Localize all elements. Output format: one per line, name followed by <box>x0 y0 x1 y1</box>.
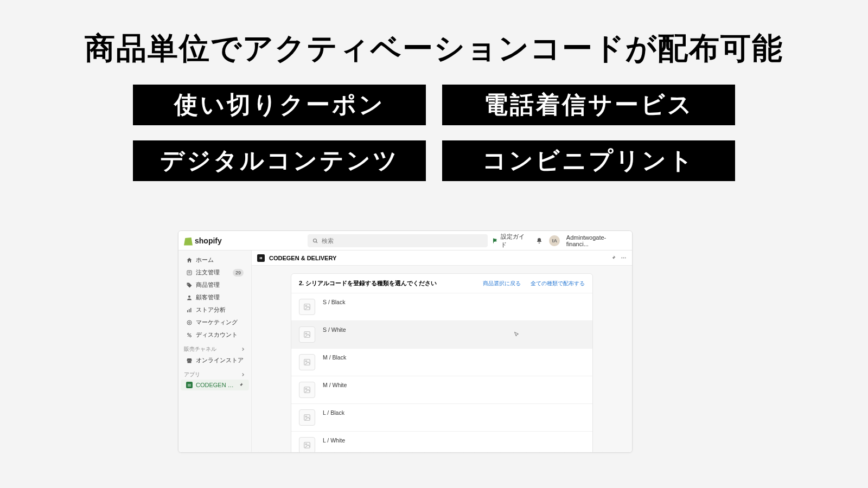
svg-point-24 <box>305 416 307 417</box>
pin-icon[interactable] <box>610 255 616 261</box>
main-panel: III CODEGEN & DELIVERY 2. シリアルコードを登録する種類… <box>252 251 632 452</box>
orders-icon <box>186 269 193 276</box>
svg-point-10 <box>190 335 192 337</box>
badge-phone-service: 電話着信サービス <box>442 85 735 125</box>
chevron-right-icon <box>240 372 246 377</box>
svg-point-26 <box>305 444 307 445</box>
shopify-bag-icon <box>184 236 193 246</box>
customers-icon <box>186 294 193 301</box>
sidebar-item-products[interactable]: 商品管理 <box>181 279 249 291</box>
image-placeholder-icon <box>299 409 315 426</box>
svg-point-0 <box>313 239 316 242</box>
image-placeholder-icon <box>299 354 315 370</box>
svg-point-14 <box>625 258 626 259</box>
sidebar-item-label: ディスカウント <box>196 331 244 339</box>
svg-line-1 <box>316 241 317 242</box>
svg-rect-5 <box>189 309 190 312</box>
variant-row[interactable]: M / Black <box>291 348 592 376</box>
flag-icon <box>492 237 499 244</box>
shopify-logo[interactable]: shopify <box>184 236 222 246</box>
user-name[interactable]: Admintwogate-financi... <box>566 234 627 247</box>
variant-row[interactable]: S / White <box>291 320 592 348</box>
card-header: 2. シリアルコードを登録する種類を選んでください 商品選択に戻る 全ての種類で… <box>291 274 592 293</box>
discounts-icon <box>186 332 193 338</box>
app-header: III CODEGEN & DELIVERY <box>252 251 632 266</box>
products-icon <box>186 282 193 288</box>
sidebar-app-label: CODEGEN & DELIVE... <box>196 382 235 388</box>
svg-rect-21 <box>304 387 310 393</box>
svg-point-18 <box>305 333 307 334</box>
variant-row[interactable]: L / White <box>291 431 592 452</box>
variant-label: L / Black <box>323 409 585 416</box>
svg-point-3 <box>188 296 190 298</box>
back-link[interactable]: 商品選択に戻る <box>483 280 521 287</box>
sidebar-item-online-store[interactable]: オンラインストア <box>181 354 249 367</box>
image-placeholder-icon <box>299 326 315 343</box>
svg-rect-15 <box>304 304 310 310</box>
sidebar-section-apps[interactable]: アプリ <box>178 367 251 380</box>
sidebar: ホーム 注文管理 29 商品管理 顧客管理 ストア分析 マーケティング <box>178 251 252 452</box>
search-input[interactable] <box>322 237 484 244</box>
svg-point-8 <box>189 322 190 323</box>
card-header-links: 商品選択に戻る 全ての種類で配布する <box>483 280 585 287</box>
sidebar-item-label: オンラインストア <box>196 356 244 364</box>
variant-label: M / White <box>323 382 585 388</box>
sidebar-item-label: マーケティング <box>196 318 244 326</box>
svg-point-22 <box>305 388 307 389</box>
slide-title: 商品単位でアクティベーションコードが配布可能 <box>0 0 868 85</box>
variant-row[interactable]: S / Black <box>291 293 592 320</box>
sidebar-item-orders[interactable]: 注文管理 29 <box>181 266 249 279</box>
sidebar-item-discounts[interactable]: ディスカウント <box>181 329 249 341</box>
bottom-fade <box>0 450 868 488</box>
badges-group: 使い切りクーポン 電話着信サービス デジタルコンテンツ コンビニプリント <box>0 85 868 181</box>
variant-row[interactable]: L / Black <box>291 403 592 431</box>
more-icon[interactable] <box>621 255 627 261</box>
sidebar-section-label: アプリ <box>184 371 200 378</box>
chevron-right-icon <box>240 346 246 352</box>
app-header-actions <box>610 255 627 261</box>
sidebar-item-analytics[interactable]: ストア分析 <box>181 304 249 316</box>
variant-label: S / White <box>323 326 506 333</box>
app-icon: III <box>186 382 193 388</box>
sidebar-item-label: ホーム <box>196 256 244 264</box>
home-icon <box>186 257 193 264</box>
pin-icon[interactable] <box>238 382 244 388</box>
sidebar-item-home[interactable]: ホーム <box>181 254 249 266</box>
marketing-icon <box>186 319 193 326</box>
app-body: ホーム 注文管理 29 商品管理 顧客管理 ストア分析 マーケティング <box>178 251 632 452</box>
setup-guide-link[interactable]: 設定ガイド <box>492 233 529 249</box>
sidebar-item-label: ストア分析 <box>196 306 244 314</box>
sidebar-item-marketing[interactable]: マーケティング <box>181 316 249 329</box>
sidebar-item-label: 商品管理 <box>196 281 244 289</box>
image-placeholder-icon <box>299 382 315 398</box>
store-icon <box>186 357 193 364</box>
sidebar-section-channels[interactable]: 販売チャネル <box>178 341 251 354</box>
svg-point-20 <box>305 361 307 362</box>
setup-guide-label: 設定ガイド <box>501 233 529 249</box>
distribute-all-link[interactable]: 全ての種類で配布する <box>531 280 585 287</box>
badge-convenience-print: コンビニプリント <box>442 140 735 181</box>
cursor-icon <box>513 331 520 338</box>
sidebar-item-customers[interactable]: 顧客管理 <box>181 291 249 304</box>
sidebar-app-codegen[interactable]: III CODEGEN & DELIVE... <box>181 380 249 390</box>
variant-row[interactable]: M / White <box>291 376 592 403</box>
svg-rect-4 <box>187 310 188 312</box>
search-field[interactable] <box>308 234 488 247</box>
image-placeholder-icon <box>299 299 315 315</box>
image-placeholder-icon <box>299 437 315 452</box>
svg-rect-17 <box>304 332 310 338</box>
orders-badge: 29 <box>233 269 244 277</box>
analytics-icon <box>186 307 193 313</box>
svg-point-9 <box>188 333 189 335</box>
variant-label: L / White <box>323 437 585 444</box>
svg-point-7 <box>187 320 192 325</box>
screenshot-window: shopify 設定ガイド tA Admintwogate-financi... <box>178 230 633 453</box>
notifications-icon[interactable] <box>536 237 542 244</box>
svg-rect-23 <box>304 415 310 421</box>
avatar[interactable]: tA <box>549 235 559 246</box>
app-logo-icon: III <box>257 254 265 262</box>
sidebar-item-label: 顧客管理 <box>196 293 244 301</box>
sidebar-item-label: 注文管理 <box>196 268 229 277</box>
svg-rect-6 <box>190 308 192 312</box>
badge-row-2: デジタルコンテンツ コンビニプリント <box>133 140 735 181</box>
